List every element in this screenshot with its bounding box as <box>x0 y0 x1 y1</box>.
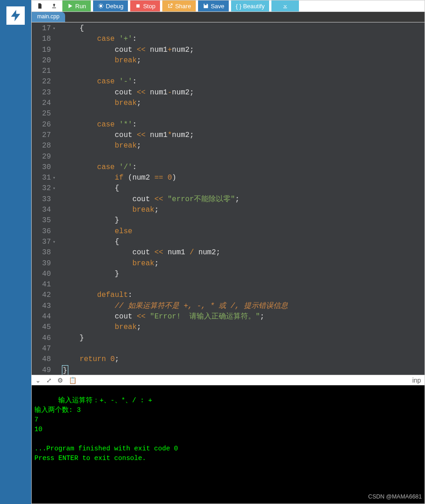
console-text: 输入运算符：+、-、*、/ : + 输入两个数: 3 7 10 ...Progr… <box>34 397 178 462</box>
expand-icon[interactable]: ⤢ <box>46 377 52 384</box>
share-button[interactable]: Share <box>162 0 196 11</box>
toolbar: Run Debug Stop Share Save { } Beautify <box>31 0 425 12</box>
chevron-down-icon[interactable]: ⌄ <box>35 377 41 384</box>
svg-point-0 <box>99 5 102 7</box>
line-gutter: 1718192021222324252627282930313233343536… <box>32 22 55 375</box>
gear-icon[interactable]: ⚙ <box>57 377 63 384</box>
bug-icon <box>98 3 104 9</box>
play-icon <box>67 3 73 9</box>
left-sidebar <box>0 0 31 504</box>
save-button[interactable]: Save <box>198 0 229 11</box>
console-output[interactable]: 输入运算符：+、-、*、/ : + 输入两个数: 3 7 10 ...Progr… <box>32 385 425 504</box>
console-toolbar: ⌄ ⤢ ⚙ 📋 inp <box>32 375 425 385</box>
stop-label: Stop <box>143 3 155 10</box>
download-icon <box>282 3 288 9</box>
run-label: Run <box>75 3 86 10</box>
share-label: Share <box>175 3 191 10</box>
watermark: CSDN @MAMA6681 <box>368 492 422 502</box>
upload-icon <box>51 3 57 9</box>
clipboard-icon[interactable]: 📋 <box>69 377 77 384</box>
debug-button[interactable]: Debug <box>93 0 128 11</box>
logo <box>6 5 26 26</box>
stop-icon <box>135 3 141 9</box>
debug-label: Debug <box>106 3 123 10</box>
tab-main-cpp[interactable]: main.cpp <box>32 12 65 22</box>
file-icon <box>37 3 43 9</box>
new-file-button[interactable] <box>34 0 46 11</box>
beautify-button[interactable]: { } Beautify <box>231 0 269 11</box>
save-label: Save <box>211 3 225 10</box>
download-button[interactable] <box>271 0 299 11</box>
code-content[interactable]: { case '+': cout << num1+num2; break; ca… <box>55 22 288 375</box>
editor-tabs: main.cpp <box>31 12 425 22</box>
save-icon <box>203 3 209 9</box>
share-icon <box>167 3 173 9</box>
console-panel: ⌄ ⤢ ⚙ 📋 inp 输入运算符：+、-、*、/ : + 输入两个数: 3 7… <box>31 375 425 504</box>
beautify-label: { } Beautify <box>236 3 265 10</box>
run-button[interactable]: Run <box>62 0 91 11</box>
svg-rect-1 <box>137 5 140 8</box>
input-label: inp <box>412 377 421 384</box>
stop-button[interactable]: Stop <box>130 0 160 11</box>
code-editor[interactable]: 1718192021222324252627282930313233343536… <box>31 22 425 375</box>
upload-button[interactable] <box>48 0 60 11</box>
